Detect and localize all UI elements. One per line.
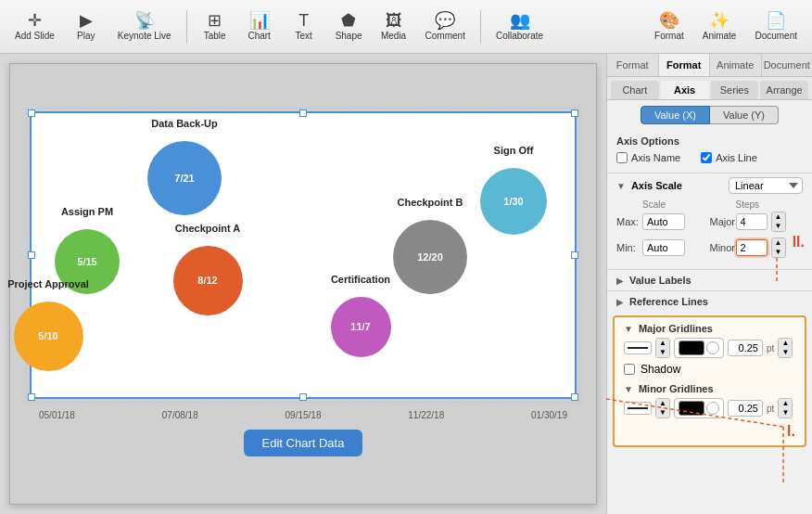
table-icon: ⊞ — [208, 12, 222, 29]
minor-gridlines-arrow: ▼ — [624, 384, 633, 394]
color-opacity-slider[interactable] — [706, 341, 719, 354]
minor-color-swatch — [679, 401, 704, 416]
handle-bl[interactable] — [28, 393, 35, 401]
minor-color-picker[interactable] — [674, 398, 724, 418]
chart-button[interactable]: 📊 Chart — [239, 8, 280, 45]
max-input[interactable] — [642, 213, 685, 230]
minor-pt-stepper-up[interactable]: ▲ — [779, 399, 792, 408]
animate-label: Animate — [703, 31, 737, 41]
sub-tab-axis[interactable]: Axis — [661, 81, 709, 99]
handle-tr[interactable] — [571, 109, 578, 117]
add-slide-icon: ✛ — [28, 12, 42, 29]
table-button[interactable]: ⊞ Table — [195, 8, 235, 45]
keynote-live-button[interactable]: 📡 Keynote Live — [110, 8, 179, 45]
minor-stepper-up[interactable]: ▲ — [772, 238, 785, 248]
format-label: Format — [654, 31, 684, 41]
handle-ml[interactable] — [28, 251, 35, 259]
sub-tab-chart[interactable]: Chart — [611, 81, 659, 99]
minor-line-style-stepper[interactable]: ▲ ▼ — [655, 398, 670, 418]
line-style-stepper[interactable]: ▲ ▼ — [655, 338, 670, 358]
value-labels-header[interactable]: ▶ Value Labels — [607, 269, 812, 290]
value-tab-x[interactable]: Value (X) — [641, 106, 710, 124]
major-gridlines-pt-input[interactable] — [728, 340, 763, 356]
minor-line-style-stepper-up[interactable]: ▲ — [656, 399, 669, 408]
bubble-sign-off[interactable]: Sign Off1/30 — [480, 168, 547, 235]
text-button[interactable]: T Text — [284, 8, 324, 45]
max-label: Max: — [616, 216, 639, 227]
shadow-label: Shadow — [641, 363, 680, 376]
bubble-checkpoint-a[interactable]: Checkpoint A8/12 — [173, 246, 243, 315]
line-style-picker[interactable] — [624, 341, 652, 354]
panel-top-tabs: Format Format Animate Document — [607, 54, 812, 77]
minor-gridlines-pt-input[interactable] — [728, 400, 763, 417]
shadow-checkbox[interactable] — [624, 364, 635, 375]
sub-tab-arrange[interactable]: Arrange — [760, 81, 808, 99]
x-axis-label: 11/22/18 — [408, 410, 444, 420]
axis-name-checkbox[interactable] — [616, 152, 628, 163]
bubble-project-approval[interactable]: Project Approval5/10 — [14, 302, 83, 371]
collaborate-button[interactable]: 👥 Collaborate — [488, 8, 551, 45]
tab-animate[interactable]: Animate — [710, 54, 762, 76]
min-input[interactable] — [642, 239, 685, 256]
animate-button[interactable]: ✨ Animate — [695, 8, 744, 45]
major-stepper-up[interactable]: ▲ — [772, 212, 785, 222]
minor-input[interactable] — [736, 239, 768, 256]
axis-scale-select[interactable]: Linear Logarithmic — [729, 177, 803, 194]
document-button[interactable]: 📄 Document — [747, 8, 805, 45]
sub-tab-series[interactable]: Series — [711, 81, 759, 99]
toolbar: ✛ Add Slide ▶ Play 📡 Keynote Live ⊞ Tabl… — [0, 0, 812, 54]
edit-chart-button[interactable]: Edit Chart Data — [244, 430, 363, 456]
play-button[interactable]: ▶ Play — [66, 8, 107, 45]
major-pt-stepper-down[interactable]: ▼ — [779, 348, 792, 357]
color-picker[interactable] — [674, 338, 724, 358]
line-style-stepper-up[interactable]: ▲ — [656, 339, 669, 348]
major-stepper-down[interactable]: ▼ — [772, 222, 785, 231]
shape-label: Shape — [336, 31, 362, 41]
line-style-stepper-down[interactable]: ▼ — [656, 348, 669, 357]
text-icon: T — [298, 12, 309, 29]
bubble-chart[interactable]: Assign PM5/15Data Back-Up7/21Project App… — [30, 111, 577, 399]
minor-gridlines-section: ▼ Minor Gridlines ▲ ▼ — [624, 383, 795, 418]
major-gridlines-section: ▼ Major Gridlines ▲ ▼ — [624, 323, 795, 376]
bubble-certification[interactable]: Certification11/7 — [331, 297, 391, 357]
comment-button[interactable]: 💬 Comment — [418, 8, 473, 45]
handle-tl[interactable] — [28, 109, 35, 117]
value-tabs: Value (X) Value (Y) — [607, 100, 812, 130]
handle-bm[interactable] — [299, 393, 307, 401]
media-button[interactable]: 🖼 Media — [374, 8, 414, 45]
format-button[interactable]: 🎨 Format — [647, 8, 691, 45]
handle-mr[interactable] — [571, 251, 578, 259]
format-icon: 🎨 — [659, 12, 679, 29]
axis-line-checkbox[interactable] — [701, 152, 712, 163]
major-stepper[interactable]: ▲ ▼ — [771, 212, 786, 232]
minor-stepper[interactable]: ▲ ▼ — [771, 238, 786, 258]
x-axis-label: 05/01/18 — [39, 410, 75, 420]
tab-document[interactable]: Document — [762, 54, 813, 76]
major-gridlines-header[interactable]: ▼ Major Gridlines — [624, 323, 795, 338]
line-preview-inner — [628, 347, 648, 349]
minor-gridlines-header[interactable]: ▼ Minor Gridlines — [624, 383, 795, 398]
value-tab-y[interactable]: Value (Y) — [710, 106, 779, 124]
minor-pt-stepper-down[interactable]: ▼ — [779, 408, 792, 418]
chart-label: Chart — [247, 31, 270, 41]
reference-lines-label: Reference Lines — [629, 296, 803, 307]
bubble-checkpoint-b[interactable]: Checkpoint B12/20 — [393, 220, 467, 294]
reference-lines-header[interactable]: ▶ Reference Lines — [607, 290, 812, 312]
minor-line-style-picker[interactable] — [624, 402, 652, 415]
minor-stepper-down[interactable]: ▼ — [772, 248, 785, 257]
shape-button[interactable]: ⬟ Shape — [328, 8, 370, 45]
minor-color-opacity-slider[interactable] — [706, 402, 719, 415]
major-input[interactable] — [736, 213, 768, 230]
major-label: Major: — [710, 216, 732, 227]
handle-tm[interactable] — [299, 109, 307, 117]
bubble-data-backup[interactable]: Data Back-Up7/21 — [147, 141, 222, 215]
handle-br[interactable] — [571, 393, 578, 401]
add-slide-button[interactable]: ✛ Add Slide — [7, 8, 62, 45]
toolbar-right: 🎨 Format ✨ Animate 📄 Document — [647, 8, 805, 45]
minor-line-style-stepper-down[interactable]: ▼ — [656, 408, 669, 418]
minor-row: Minor: ▲ ▼ — [710, 238, 804, 258]
tab-format[interactable]: Format — [607, 54, 659, 76]
major-pt-stepper[interactable]: ▲ ▼ — [778, 338, 793, 358]
major-pt-stepper-up[interactable]: ▲ — [779, 339, 792, 348]
minor-pt-stepper[interactable]: ▲ ▼ — [778, 398, 793, 418]
